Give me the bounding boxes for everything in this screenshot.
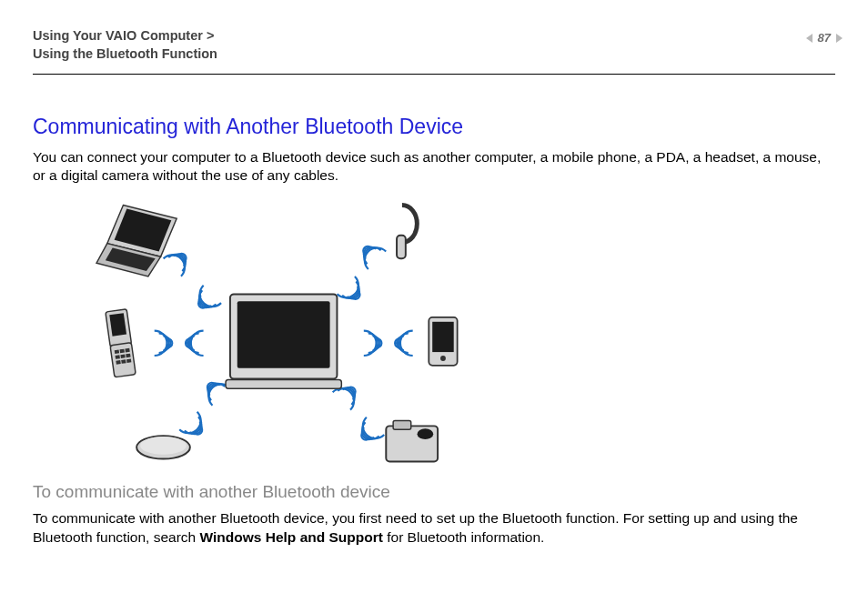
svg-rect-21 <box>432 322 454 352</box>
svg-point-25 <box>418 429 434 440</box>
prev-page-icon[interactable] <box>806 34 812 43</box>
svg-rect-16 <box>126 354 130 358</box>
svg-point-22 <box>440 356 446 361</box>
svg-rect-9 <box>109 314 126 337</box>
svg-rect-2 <box>226 380 341 389</box>
svg-rect-14 <box>116 356 120 360</box>
paragraph-2: To communicate with another Bluetooth de… <box>33 509 835 546</box>
central-computer-icon <box>226 295 341 389</box>
bluetooth-illustration <box>56 196 484 473</box>
svg-rect-10 <box>110 343 136 377</box>
svg-rect-19 <box>126 359 131 364</box>
laptop-icon <box>96 206 177 276</box>
svg-rect-11 <box>115 350 119 355</box>
svg-rect-15 <box>120 355 125 359</box>
bluetooth-diagram-svg <box>56 196 484 473</box>
page-navigation: 87 <box>806 31 843 45</box>
subheading: To communicate with another Bluetooth de… <box>33 482 835 502</box>
svg-rect-17 <box>116 361 120 366</box>
svg-rect-7 <box>397 236 406 258</box>
content-area: Communicating with Another Bluetooth Dev… <box>33 75 835 547</box>
breadcrumb-line2: Using the Bluetooth Function <box>33 46 217 61</box>
para2-bold: Windows Help and Support <box>200 529 383 545</box>
svg-rect-13 <box>125 348 129 353</box>
mobile-phone-icon <box>106 309 136 377</box>
svg-rect-18 <box>121 360 126 365</box>
svg-rect-1 <box>237 302 330 368</box>
svg-rect-24 <box>393 421 411 430</box>
camera-icon <box>386 421 438 462</box>
intro-paragraph: You can connect your computer to a Bluet… <box>33 148 835 185</box>
mouse-icon <box>136 437 190 459</box>
page-title: Communicating with Another Bluetooth Dev… <box>33 115 835 139</box>
svg-rect-12 <box>120 349 125 354</box>
pda-icon <box>429 317 457 366</box>
next-page-icon[interactable] <box>836 34 843 43</box>
breadcrumb-line1: Using Your VAIO Computer > <box>33 28 214 43</box>
para2-after: for Bluetooth information. <box>383 529 545 545</box>
svg-point-27 <box>140 437 187 456</box>
page-number: 87 <box>818 31 831 45</box>
headset-icon <box>397 206 417 259</box>
breadcrumb: Using Your VAIO Computer > Using the Blu… <box>33 27 835 63</box>
